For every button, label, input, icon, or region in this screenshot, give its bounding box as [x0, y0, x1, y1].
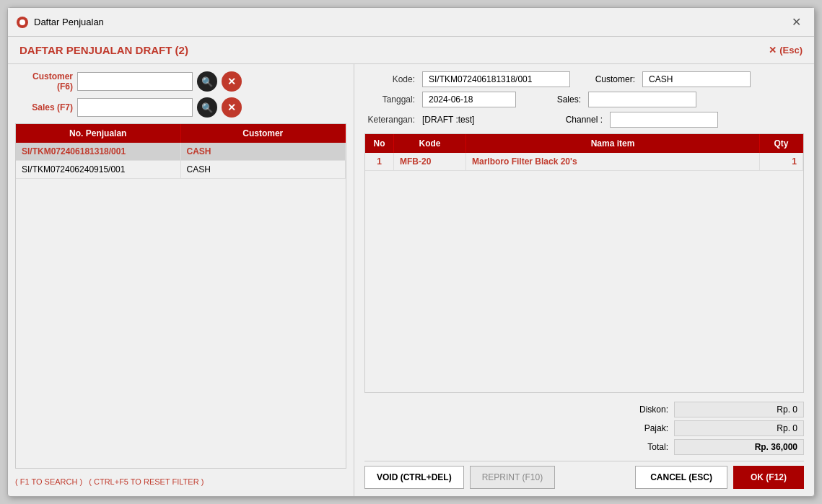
app-icon: [17, 17, 28, 28]
col-kode-header: Kode: [394, 134, 466, 153]
customer-filter-input[interactable]: [77, 72, 193, 91]
items-table-header: No Kode Nama item Qty: [365, 134, 803, 153]
diskon-row: Diskon: Rp. 0: [618, 402, 804, 417]
item-kode: MFB-20: [394, 153, 466, 170]
col-no-header: No: [365, 134, 394, 153]
items-table: No Kode Nama item Qty 1 MFB-20 Marlboro …: [364, 133, 804, 393]
totals-section: Diskon: Rp. 0 Pajak: Rp. 0 Total: Rp. 36…: [364, 399, 804, 455]
pajak-row: Pajak: Rp. 0: [618, 420, 804, 436]
sales-filter-row: Sales (F7) 🔍 ✕: [15, 97, 346, 118]
keterangan-value: [DRAFT :test]: [422, 112, 538, 127]
kode-input[interactable]: [422, 71, 570, 87]
list-item[interactable]: SI/TKM072406240915/001 CASH: [16, 161, 346, 179]
list-item[interactable]: SI/TKM072406181318/001 CASH: [16, 143, 346, 161]
list-row-no-penjualan: SI/TKM072406240915/001: [16, 161, 181, 178]
tanggal-input[interactable]: [422, 92, 516, 107]
total-row: Total: Rp. 36,000: [618, 439, 804, 455]
cancel-button[interactable]: CANCEL (ESC): [635, 466, 727, 489]
tanggal-sales-row: Tanggal: Sales:: [364, 92, 804, 107]
customer-label: Customer:: [577, 74, 635, 84]
close-esc-button[interactable]: ✕ (Esc): [769, 45, 803, 56]
item-nama: Marlboro Filter Black 20's: [466, 153, 760, 170]
sales-label: Sales:: [523, 94, 581, 105]
search-icon: 🔍: [201, 76, 213, 87]
customer-search-button[interactable]: 🔍: [197, 71, 217, 92]
sales-search-button[interactable]: 🔍: [197, 97, 217, 118]
col-nama-header: Nama item: [466, 134, 760, 153]
customer-clear-button[interactable]: ✕: [222, 71, 242, 92]
channel-label: Channel :: [545, 115, 603, 125]
detail-form: Kode: Customer: Tanggal: Sales: Keterang…: [364, 71, 804, 128]
sales-filter-label: Sales (F7): [15, 102, 73, 112]
list-table-header: No. Penjualan Customer: [16, 124, 346, 143]
list-row-no-penjualan: SI/TKM072406181318/001: [16, 143, 181, 160]
action-buttons: VOID (CTRL+DEL) REPRINT (F10) CANCEL (ES…: [364, 461, 804, 489]
keterangan-channel-row: Keterangan: [DRAFT :test] Channel :: [364, 112, 804, 128]
pajak-label: Pajak:: [618, 423, 668, 433]
customer-filter-row: Customer (F6) 🔍 ✕: [15, 71, 346, 92]
col-customer-header: Customer: [181, 124, 346, 143]
list-row-customer: CASH: [181, 161, 346, 178]
sales-value-input[interactable]: [588, 92, 696, 107]
customer-value-input[interactable]: [642, 71, 751, 87]
right-panel: Kode: Customer: Tanggal: Sales: Keterang…: [354, 64, 814, 496]
close-icon: ✕: [227, 76, 236, 87]
sales-filter-input[interactable]: [77, 98, 193, 117]
tanggal-label: Tanggal:: [364, 94, 415, 105]
item-row[interactable]: 1 MFB-20 Marlboro Filter Black 20's 1: [365, 153, 803, 171]
diskon-label: Diskon:: [618, 404, 668, 415]
list-row-customer: CASH: [181, 143, 346, 160]
ok-button[interactable]: OK (F12): [733, 466, 804, 489]
pajak-value: Rp. 0: [674, 420, 804, 436]
footer-hints: ( F1 TO SEARCH ) ( CTRL+F5 TO RESET FILT…: [15, 474, 346, 489]
kode-customer-row: Kode: Customer:: [364, 71, 804, 87]
item-no: 1: [365, 153, 394, 170]
customer-filter-label: Customer (F6): [15, 71, 73, 92]
left-panel: Customer (F6) 🔍 ✕ Sales (F7) 🔍: [8, 64, 354, 496]
left-action-group: VOID (CTRL+DEL) REPRINT (F10): [364, 466, 555, 489]
total-value: Rp. 36,000: [674, 439, 804, 455]
window-title: Daftar Penjualan: [34, 17, 104, 27]
window-close-button[interactable]: ✕: [787, 14, 805, 30]
main-window: Daftar Penjualan ✕ DAFTAR PENJUALAN DRAF…: [7, 7, 815, 497]
sales-clear-button[interactable]: ✕: [222, 97, 242, 118]
total-label: Total:: [618, 442, 668, 452]
title-bar: Daftar Penjualan ✕: [8, 8, 814, 37]
void-button[interactable]: VOID (CTRL+DEL): [364, 466, 464, 489]
reprint-button[interactable]: REPRINT (F10): [470, 466, 555, 489]
sales-list-table: No. Penjualan Customer SI/TKM07240618131…: [15, 123, 346, 469]
item-qty: 1: [760, 153, 803, 170]
keterangan-label: Keterangan:: [364, 115, 415, 125]
title-bar-left: Daftar Penjualan: [17, 17, 104, 28]
diskon-value: Rp. 0: [674, 402, 804, 417]
header-title: DAFTAR PENJUALAN DRAFT (2): [19, 44, 188, 56]
col-qty-header: Qty: [760, 134, 803, 153]
search-icon: 🔍: [201, 102, 213, 113]
close-icon: ✕: [227, 102, 236, 113]
header-bar: DAFTAR PENJUALAN DRAFT (2) ✕ (Esc): [8, 37, 814, 64]
kode-label: Kode:: [364, 74, 415, 84]
channel-value-input[interactable]: [610, 112, 718, 128]
content-area: Customer (F6) 🔍 ✕ Sales (F7) 🔍: [8, 64, 814, 496]
col-no-penjualan-header: No. Penjualan: [16, 124, 181, 143]
right-action-group: CANCEL (ESC) OK (F12): [635, 466, 804, 489]
